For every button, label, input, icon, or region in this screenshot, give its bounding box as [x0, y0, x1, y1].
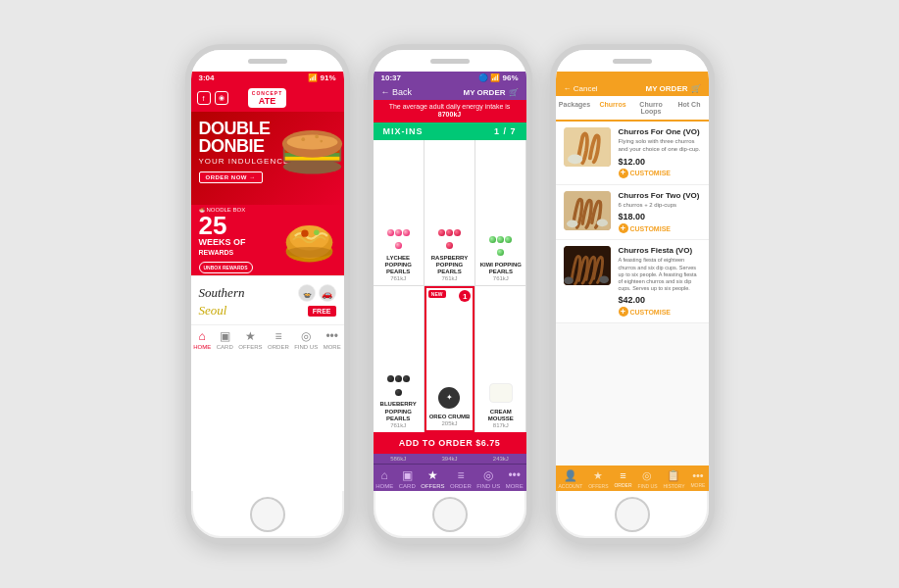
p1-nav-home[interactable]: ⌂ HOME [193, 329, 211, 350]
p2-nav-find-us[interactable]: ◎ FIND US [476, 468, 500, 489]
p2-cell-kiwi[interactable]: KIWI POPPINGPEARLS 761kJ [475, 140, 525, 286]
p1-facebook-icon[interactable]: f [197, 91, 211, 105]
svg-point-21 [568, 155, 582, 165]
p3-item-churros-for-two: Churros For Two (VO) 6 churros + 2 dip-c… [556, 185, 709, 241]
p2-cell-raspberry[interactable]: RASPBERRYPOPPING PEARLS 761kJ [425, 140, 474, 286]
p2-back-button[interactable]: ← Back [381, 87, 413, 97]
svg-point-7 [301, 137, 305, 141]
cart-icon: 🛒 [509, 88, 519, 97]
phone-1: 3:04 📶 91% f ◉ CONCEPT ATE [185, 44, 350, 544]
p3-nav-order[interactable]: ≡ ORDER [614, 469, 631, 489]
p3-churros-fiesta-name: Churros Fiesta (VO) [619, 246, 701, 255]
p2-kiwi-image [487, 232, 515, 260]
p1-unbox-button[interactable]: UNBOX REWARDS [199, 262, 253, 273]
p1-nav-more[interactable]: ••• MORE [324, 329, 341, 350]
find-us-icon: ◎ [483, 468, 493, 482]
p1-noodle-weeks: WEEKS OF [199, 238, 276, 248]
more-icon: ••• [692, 469, 704, 481]
p3-items-list: Churros For One (VO) Flying solo with th… [556, 122, 709, 466]
home-icon: ⌂ [199, 329, 206, 343]
p2-nav-offers[interactable]: ★ OFFERS [421, 468, 444, 489]
offers-icon: ★ [427, 468, 438, 482]
p3-churros-fiesta-customise[interactable]: + CUSTOMISE [619, 307, 701, 317]
p3-tab-churros[interactable]: Churros [594, 96, 632, 122]
p2-cream-name: CREAM MOUSSE [477, 409, 524, 422]
p1-southern-logo: SouthernSeoul [199, 283, 245, 318]
p3-churros-for-one-customise[interactable]: + CUSTOMISE [619, 169, 701, 178]
p3-churros-for-one-name: Churros For One (VO) [619, 127, 701, 136]
p1-instagram-icon[interactable]: ◉ [215, 91, 228, 105]
phone-3: ← Cancel MY ORDER 🛒 Packages Churros Chu… [550, 44, 715, 544]
p3-nav-account[interactable]: 👤 ACCOUNT [558, 469, 582, 489]
p3-churros-for-one-image [564, 127, 611, 167]
svg-point-6 [286, 135, 337, 150]
p2-blueberry-kj: 761kJ [390, 422, 406, 428]
p1-order-now-button[interactable]: ORDER NOW → [199, 172, 263, 183]
account-icon: 👤 [564, 469, 577, 482]
p2-my-order[interactable]: MY ORDER 🛒 [464, 88, 519, 97]
p2-kiwi-name: KIWI POPPINGPEARLS [480, 262, 522, 275]
svg-text:🍲: 🍲 [302, 290, 311, 299]
p3-churros-for-one-desc: Flying solo with three churros and your … [619, 138, 701, 154]
p3-tab-packages[interactable]: Packages [556, 96, 594, 122]
phone-2-notch [374, 50, 526, 72]
plus-icon: + [619, 169, 628, 178]
p2-oreo-kj: 205kJ [441, 420, 457, 426]
p2-blueberry-name: BLUEBERRYPOPPING PEARLS [375, 401, 422, 422]
p2-cream-kj: 817kJ [493, 422, 509, 428]
p2-cream-image [487, 379, 515, 407]
svg-point-26 [564, 277, 574, 285]
p2-cell-blueberry[interactable]: BLUEBERRYPOPPING PEARLS 761kJ [374, 286, 424, 432]
p2-header: ← Back MY ORDER 🛒 [374, 84, 526, 100]
p2-nav-more[interactable]: ••• MORE [506, 468, 524, 489]
p1-time: 3:04 [199, 74, 215, 82]
p2-oreo-name: OREO CRUMB [429, 414, 471, 420]
p2-nav-card[interactable]: ▣ CARD [399, 468, 416, 489]
p2-raspberry-name: RASPBERRYPOPPING PEARLS [426, 255, 473, 276]
phone-1-speaker [248, 59, 287, 64]
phones-container: 3:04 📶 91% f ◉ CONCEPT ATE [166, 24, 734, 564]
phone-1-notch [191, 50, 344, 72]
p3-nav-offers[interactable]: ★ OFFERS [588, 469, 608, 489]
p3-tab-hot-ch[interactable]: Hot Ch [671, 96, 709, 122]
p2-lychee-name: LYCHEE POPPINGPEARLS [375, 255, 422, 276]
p2-added-badge: 1 [459, 290, 471, 302]
p2-add-to-order-button[interactable]: ADD TO ORDER $6.75 [374, 432, 526, 454]
p3-tab-churro-loops[interactable]: Churro Loops [632, 96, 671, 122]
p3-nav-find-us[interactable]: ◎ FIND US [637, 469, 657, 489]
phone-2: 10:37 🔵 📶 96% ← Back MY ORDER 🛒 [368, 44, 532, 544]
p2-bottom-counts: 586kJ 394kJ 243kJ [374, 454, 526, 464]
p3-nav-more[interactable]: ••• MORE [690, 469, 705, 489]
p2-nav-home[interactable]: ⌂ HOME [375, 468, 393, 489]
phone-2-home-button[interactable] [432, 497, 468, 532]
p3-my-order[interactable]: MY ORDER 🛒 [646, 84, 701, 93]
p1-nav-find-us[interactable]: ◎ FIND US [294, 329, 318, 350]
p2-new-badge: NEW [428, 290, 446, 298]
p3-nav-history[interactable]: 📋 HISTORY [663, 469, 684, 489]
p1-southern-section: SouthernSeoul 🍲 🚗 FREE [191, 275, 344, 324]
home-icon: ⌂ [381, 468, 388, 482]
p1-nav-card[interactable]: ▣ CARD [217, 329, 233, 350]
p2-cell-lychee[interactable]: LYCHEE POPPINGPEARLS 761kJ [374, 140, 424, 286]
p3-churros-fiesta-price: $42.00 [619, 295, 701, 305]
phone-1-home-button[interactable] [250, 497, 285, 532]
p2-cell-cream[interactable]: CREAM MOUSSE 817kJ [475, 286, 525, 432]
p3-churros-for-two-image [564, 191, 611, 230]
p2-cell-oreo[interactable]: NEW 1 ✦ OREO CRUMB 205kJ [425, 286, 474, 432]
p1-nav-offers[interactable]: ★ OFFERS [238, 329, 262, 350]
p1-nav-order[interactable]: ≡ ORDER [268, 329, 289, 350]
p3-churros-for-one-info: Churros For One (VO) Flying solo with th… [619, 127, 701, 178]
p2-count-1: 586kJ [374, 454, 424, 464]
phone-3-home-button[interactable] [615, 497, 650, 532]
p1-logo: CONCEPT ATE [248, 88, 286, 108]
p2-lychee-image [384, 225, 412, 253]
svg-point-13 [301, 229, 308, 236]
p2-items-grid: LYCHEE POPPINGPEARLS 761kJ [374, 140, 526, 432]
p3-churros-for-two-customise[interactable]: + CUSTOMISE [619, 223, 701, 233]
p2-nav-order[interactable]: ≡ ORDER [450, 468, 472, 489]
phone-3-screen: ← Cancel MY ORDER 🛒 Packages Churros Chu… [556, 72, 709, 491]
p3-cancel-button[interactable]: ← Cancel [564, 84, 598, 93]
p1-noodle-section: 🍜 NOODLE BOX 25 WEEKS OF REWARDS UNBOX R… [191, 205, 344, 275]
plus-icon: + [619, 307, 628, 317]
p3-header: ← Cancel MY ORDER 🛒 [556, 81, 709, 96]
